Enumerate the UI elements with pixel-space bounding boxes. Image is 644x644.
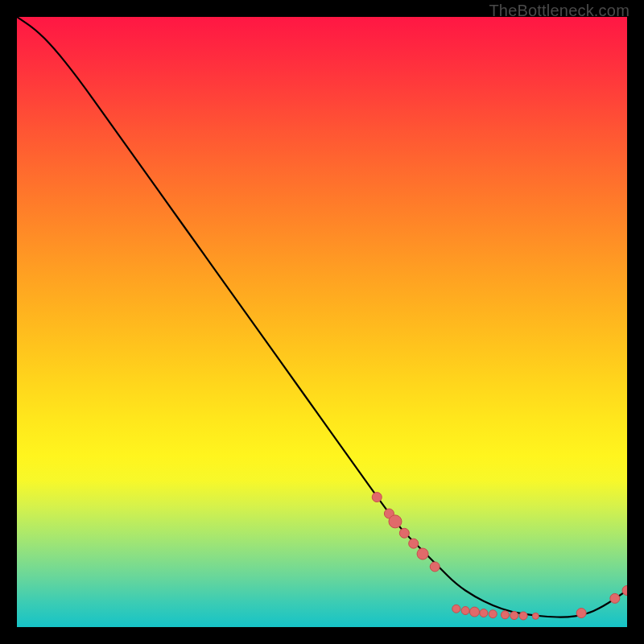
chart-stage: TheBottleneck.com xyxy=(0,0,644,644)
gradient-background xyxy=(17,17,627,627)
plot-area xyxy=(17,17,627,627)
